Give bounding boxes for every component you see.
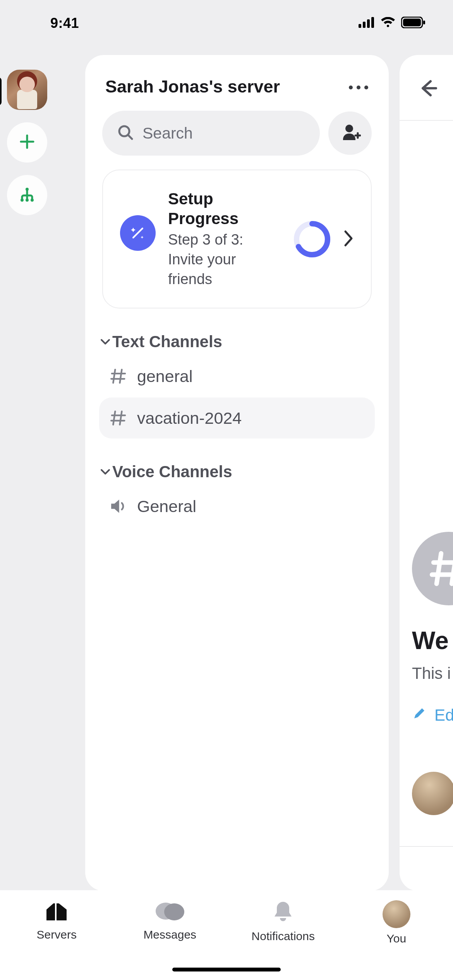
avatar [383,900,410,928]
voice-channel[interactable]: General [99,486,375,527]
svg-rect-6 [423,21,425,24]
speaker-icon [109,497,128,516]
add-user-icon [339,122,361,145]
hub-icon [19,186,36,204]
svg-rect-5 [403,19,421,26]
bottom-nav: Servers Messages Notifications You [0,890,453,980]
welcome-subtitle: This i [412,664,451,683]
channel-content-peek[interactable]: We This i Ed [400,55,453,891]
text-channel[interactable]: vacation-2024 [99,397,375,439]
back-button[interactable] [418,78,438,100]
server-avatar[interactable] [7,70,47,110]
channel-hash-hero [412,532,453,605]
svg-rect-0 [359,24,361,28]
setup-title: Setup Progress [168,189,281,228]
servers-icon [44,900,69,924]
svg-point-15 [345,125,353,132]
nav-label: Servers [37,928,77,941]
search-input[interactable]: Search [102,111,320,156]
chevron-down-icon [100,332,111,351]
home-indicator [172,968,281,971]
progress-ring [293,221,331,258]
channel-panel: Sarah Jonas's server Search Setup Progre… [85,55,389,891]
nav-you[interactable]: You [340,900,453,980]
setup-subtitle: Step 3 of 3: Invite your friends [168,230,281,289]
voice-channels-header[interactable]: Voice Channels [100,463,374,481]
nav-label: Messages [143,928,196,941]
divider [400,120,453,121]
svg-rect-1 [363,22,365,28]
svg-point-19 [164,903,184,920]
channel-name: vacation-2024 [137,409,242,428]
setup-progress-card[interactable]: Setup Progress Step 3 of 3: Invite your … [102,170,372,308]
battery-icon [401,17,426,30]
server-more-button[interactable] [348,81,369,92]
section-label: Voice Channels [112,463,232,481]
server-title[interactable]: Sarah Jonas's server [105,77,280,97]
channel-name: General [137,497,196,516]
section-label: Text Channels [112,332,222,351]
svg-point-11 [349,86,353,89]
svg-rect-2 [367,19,370,28]
svg-point-10 [31,199,34,202]
status-bar: 9:41 [0,0,453,46]
nav-label: You [386,932,406,945]
add-server-button[interactable] [7,122,47,163]
plus-icon [19,133,36,152]
status-time: 9:41 [50,15,79,31]
messages-icon [154,900,186,924]
hash-icon [109,367,128,385]
server-rail [0,70,54,215]
text-channels-header[interactable]: Text Channels [100,332,374,351]
bell-icon [272,900,294,926]
edit-channel-link[interactable]: Ed [412,706,453,725]
nav-servers[interactable]: Servers [0,900,113,980]
message-avatar[interactable] [412,772,453,815]
wifi-icon [380,17,396,29]
pencil-icon [412,706,426,725]
divider [400,846,453,847]
hash-icon [109,409,128,427]
channel-name: general [137,367,192,386]
nav-label: Notifications [252,930,315,943]
edit-label: Ed [434,706,453,725]
chevron-down-icon [100,463,111,481]
svg-point-13 [364,86,368,89]
discover-servers-button[interactable] [7,175,47,215]
cellular-icon [359,17,375,29]
text-channel[interactable]: general [99,356,375,397]
svg-point-8 [21,199,24,202]
svg-rect-3 [371,17,374,28]
chevron-right-icon [343,230,354,248]
welcome-title: We [412,626,449,655]
search-placeholder: Search [142,124,193,142]
search-icon [117,124,134,142]
wand-icon [120,215,156,251]
status-icons [359,17,426,30]
more-icon [348,81,369,92]
svg-point-12 [357,86,360,89]
invite-button[interactable] [328,111,372,155]
